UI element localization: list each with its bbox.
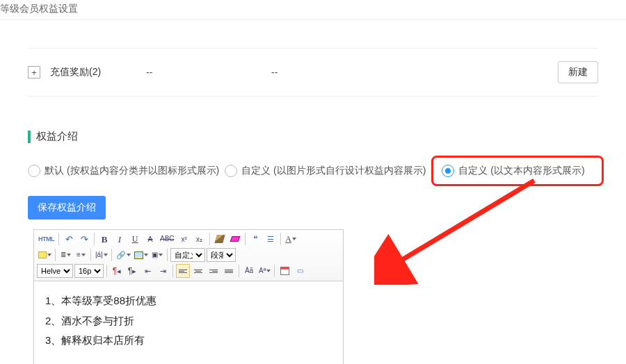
tb-subscript[interactable] xyxy=(193,232,207,246)
tb-date-icon[interactable] xyxy=(278,264,291,278)
tb-underline[interactable]: U xyxy=(128,232,142,246)
tb-superscript[interactable] xyxy=(177,232,191,246)
row-cell-1: -- xyxy=(146,67,271,78)
tb-direction-rtl-icon[interactable]: ◂ xyxy=(110,264,124,278)
tb-image-icon[interactable] xyxy=(133,248,149,262)
tb-link-icon[interactable]: 🔗 xyxy=(115,248,131,262)
tb-paragraph-select[interactable]: 段落 xyxy=(207,248,236,262)
highlight-box: 自定义 (以文本内容形式展示) xyxy=(431,156,603,186)
radio-text[interactable]: 自定义 (以文本内容形式展示) xyxy=(442,165,584,177)
radio-icon xyxy=(442,165,454,177)
svg-line-0 xyxy=(395,181,534,264)
tb-font-select[interactable]: Helveti xyxy=(37,264,73,278)
section-title: 权益介绍 xyxy=(28,130,626,143)
tb-align-right-icon[interactable] xyxy=(207,264,220,278)
tb-redo-icon[interactable] xyxy=(77,232,91,246)
row-name: 充值奖励(2) xyxy=(50,66,101,78)
radio-label: 默认 (按权益内容分类并以图标形式展示) xyxy=(45,165,219,177)
tb-bold[interactable]: B xyxy=(97,232,111,246)
editor-line: 3、解释权归本店所有 xyxy=(45,331,332,351)
tb-italic[interactable]: I xyxy=(113,232,127,246)
editor-line: 1、本等级享受88折优惠 xyxy=(45,291,332,311)
table-row: + 充值奖励(2) -- -- 新建 xyxy=(28,49,598,97)
tb-code-icon[interactable]: ☰ xyxy=(264,232,278,246)
radio-icon xyxy=(225,165,237,177)
radio-default[interactable]: 默认 (按权益内容分类并以图标形式展示) xyxy=(28,165,219,177)
tb-undo-icon[interactable] xyxy=(62,232,76,246)
tb-strike[interactable]: A xyxy=(143,232,157,246)
tb-ordered-list[interactable]: ≣ xyxy=(58,248,72,262)
radio-label: 自定义 (以图片形式自行设计权益内容展示) xyxy=(241,165,426,177)
tb-strike2[interactable]: ABC xyxy=(159,232,176,246)
annotation-arrow-icon xyxy=(374,174,555,285)
section-bar-icon xyxy=(28,131,31,143)
tb-outdent-icon[interactable]: ⇤ xyxy=(141,264,154,278)
save-button[interactable]: 保存权益介绍 xyxy=(28,196,106,220)
tb-size-select[interactable]: 16px xyxy=(74,264,104,278)
expand-button[interactable]: + xyxy=(28,66,40,78)
tb-uppercase-icon[interactable]: Aª xyxy=(257,264,271,278)
tb-spellcheck-icon[interactable]: Āā xyxy=(242,264,256,278)
editor-content[interactable]: 1、本等级享受88折优惠 2、酒水不参与打折 3、解释权归本店所有 xyxy=(33,281,344,364)
radio-icon xyxy=(28,165,40,177)
tb-indent-icon[interactable]: ⇥ xyxy=(156,264,170,278)
tb-align-left-icon[interactable] xyxy=(176,264,190,278)
radio-image[interactable]: 自定义 (以图片形式自行设计权益内容展示) xyxy=(225,165,426,177)
page-title: 等级会员权益设置 xyxy=(0,0,626,20)
tb-align-justify-icon[interactable] xyxy=(222,264,236,278)
tb-format-brush-icon[interactable] xyxy=(213,232,227,246)
tb-align-center-icon[interactable] xyxy=(191,264,205,278)
tb-font-color[interactable]: A xyxy=(284,232,298,246)
tb-insert-icon[interactable]: ▣ xyxy=(150,248,164,262)
rich-text-editor: HTML B I U A ABC ☰ A ≣ ≡ xyxy=(33,229,344,364)
radio-label: 自定义 (以文本内容形式展示) xyxy=(458,165,584,177)
tb-unordered-list[interactable]: ≡ xyxy=(74,248,88,262)
tb-bg-color[interactable] xyxy=(37,248,52,262)
tb-clear-format-icon[interactable] xyxy=(228,232,242,246)
editor-line: 2、酒水不参与打折 xyxy=(45,311,332,331)
editor-toolbar: HTML B I U A ABC ☰ A ≣ ≡ xyxy=(33,229,344,281)
row-cell-2: -- xyxy=(271,67,396,78)
tb-custom-format-select[interactable]: 自定义格 xyxy=(170,248,205,262)
tb-quote-icon[interactable] xyxy=(248,232,262,246)
tb-direction-ltr-icon[interactable]: ▸ xyxy=(125,264,139,278)
tb-horizontal-line-icon[interactable]: ▭ xyxy=(293,264,307,278)
tb-find-icon[interactable]: |á| xyxy=(94,248,109,262)
tb-source-html[interactable]: HTML xyxy=(37,232,56,246)
create-button[interactable]: 新建 xyxy=(558,61,598,83)
radio-group: 默认 (按权益内容分类并以图标形式展示) 自定义 (以图片形式自行设计权益内容展… xyxy=(28,156,598,186)
